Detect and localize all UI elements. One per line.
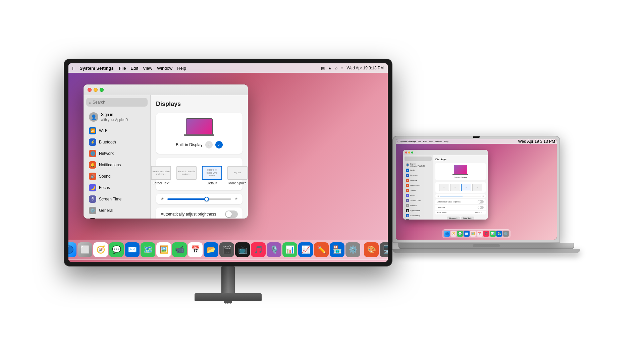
res-option-more-space[interactable]: tiny text More Space [226,165,248,186]
dock-icon-messages[interactable]: 💬 [109,242,124,257]
laptop-desktop: 👤 Sign inwith your Apple ID ⌘ Wi-Fi [396,144,557,239]
mini-dock-numbers: 📊 [490,231,496,237]
res-label-more-space: More Space [228,181,247,185]
mini-st-label: Screen Time [410,199,421,201]
dock-icon-pages[interactable]: ✏️ [314,242,329,257]
menu-help[interactable]: Help [177,66,186,71]
appearance-icon: ◐ [89,218,96,219]
mini-dock-photos: 🖼️ [470,231,476,237]
menu-file[interactable]: File [119,66,126,71]
sidebar-item-apple-id[interactable]: 👤 Sign in with your Apple ID [86,110,148,125]
mini-main-content: Displays Built-in Display [433,155,488,220]
dock-icon-appletv[interactable]: 📺 [235,242,250,257]
mini-appleid-icon: 👤 [406,163,409,167]
laptop-time: Wed Apr 19 3:13 PM [518,139,555,144]
sidebar-item-sound[interactable]: 🔊 Sound [86,171,148,182]
search-icon: ⌕ [89,100,91,104]
mini-auto-bright-row: Automatically adjust brightness [435,199,486,205]
mini-net-icon: ⌘ [406,179,409,182]
dock-icon-screenium[interactable]: 🖥️ [380,242,388,257]
res-option-default[interactable]: Here's tothose whouse etc. Default [201,165,223,186]
mini-sidebar-appearance: ◐ Appearance [404,208,432,213]
dock-icon-calendar[interactable]: 📅 [188,242,203,257]
menubar:  System Settings File Edit View Window … [68,63,388,73]
dock-icon-quicktime[interactable]: 🎬 [219,242,234,257]
brightness-slider[interactable] [167,198,231,200]
mini-notif-icon: ⌘ [406,184,409,187]
dock-icon-finder[interactable]: 🔵 [68,242,76,257]
mini-acc-label: Accessibility [410,215,420,217]
res-option-2[interactable]: Here's to troublemakers... [175,165,198,186]
brightness-high-icon: ☀ [234,197,238,201]
sidebar-item-notifications[interactable]: 🔔 Notifications [86,160,148,170]
bluetooth-icon: ⚡ [89,138,96,146]
sidebar-label-wifi: Wi-Fi [99,128,108,133]
apple-id-text: Sign in with your Apple ID [101,112,128,122]
mini-display-preview: Built-in Display [435,163,486,180]
dock-icon-systemprefs[interactable]: ⚙️ [345,242,360,257]
dock-icon-pixelmator[interactable]: 🎨 [364,242,379,257]
dock-icon-mail[interactable]: ✉️ [125,242,140,257]
close-button[interactable] [88,88,92,92]
mini-title: Displays [435,158,486,161]
mini-search [405,157,432,161]
mini-focus-label: Focus [410,194,415,196]
resolution-card: Here's to troublemakers... Larger Text H… [156,158,243,190]
mini-gen-icon: ⌘ [406,204,409,207]
mini-sidebar-accessibility: ♿ Accessibility [404,213,432,218]
auto-brightness-card: Automatically adjust brightness True Ton… [156,207,243,219]
maximize-button[interactable] [100,88,104,92]
sidebar-item-screentime[interactable]: ⏱ Screen Time [86,194,148,204]
sidebar-item-network[interactable]: 🌐 Network [86,148,148,159]
mini-colorprofile-row: Color profile Color LCD ⌄ [435,210,486,215]
dock-icon-music[interactable]: 🎵 [251,242,266,257]
minimize-button[interactable] [94,88,98,92]
dock-icon-numbers[interactable]: 📊 [282,242,297,257]
dock-icon-photos[interactable]: 🖼️ [156,242,171,257]
mini-colorprofile-value: Color LCD ⌄ [474,212,484,214]
sidebar-item-appearance[interactable]: ◐ Appearance [86,217,148,219]
res-option-larger-text[interactable]: Here's to troublemakers... Larger Text [151,165,172,186]
dock-icon-podcasts[interactable]: 🎙️ [267,242,281,257]
mini-dock-messages: 💬 [457,231,463,237]
search-bar[interactable]: ⌕ Search [86,98,148,107]
mini-wifi-label: Wi-Fi [410,169,415,171]
sidebar-item-focus[interactable]: 🌙 Focus [86,182,148,193]
mini-sidebar-notifications: ⌘ Notifications [404,183,432,188]
dock-icon-facetime[interactable]: 📹 [172,242,187,257]
add-display-button[interactable]: + [205,141,213,148]
mini-bright-icon-high: ☀ [482,195,484,197]
laptop-bezel:  System Settings File Edit View Window … [396,139,557,240]
dock-icon-maps[interactable]: 🗺️ [141,242,155,257]
menu-view[interactable]: View [143,66,152,71]
dock-icon-safari[interactable]: 🧭 [93,242,108,257]
search-menubar-icon[interactable]: ⌕ [335,66,337,70]
sidebar-item-general[interactable]: ⚙️ General [86,205,148,216]
dock-icon-appstore[interactable]: 🏪 [330,242,344,257]
sidebar-item-bluetooth[interactable]: ⚡ Bluetooth [86,137,148,147]
mini-minimize-btn [408,152,410,154]
mini-cc-icon: ⊞ [406,219,409,220]
dock-icon-launchpad[interactable]: ⬜ [77,242,92,257]
mini-sidebar-network: ⌘ Network [404,178,432,183]
menu-edit[interactable]: Edit [131,66,138,71]
confirm-display-button[interactable]: ✓ [215,141,223,148]
mini-wifi-icon: ⌘ [406,169,409,172]
mini-maximize-btn [411,152,413,154]
res-preview-larger-text: Here's to troublemakers... [151,166,171,180]
sidebar: ⌕ Search 👤 Sign in with your Apple ID [84,95,151,219]
dock-separator [362,244,362,256]
sidebar-item-wifi[interactable]: 📶 Wi-Fi [86,125,148,136]
mini-bright-icon: ☀ [437,195,439,197]
window-body: ⌕ Search 👤 Sign in with your Apple ID [84,95,248,219]
mini-slider [440,196,481,196]
menu-window[interactable]: Window [157,66,172,71]
dock-icon-files[interactable]: 📂 [204,242,218,257]
apple-logo-icon[interactable]:  [72,65,74,71]
mini-truetone-toggle [478,206,484,209]
auto-brightness-toggle[interactable] [225,210,238,218]
laptop-frame-outer:  System Settings File Edit View Window … [392,136,580,253]
sidebar-label-notifications: Notifications [99,163,121,167]
dock-icon-keynote[interactable]: 📈 [298,242,313,257]
monitor-stand-base [195,293,262,301]
